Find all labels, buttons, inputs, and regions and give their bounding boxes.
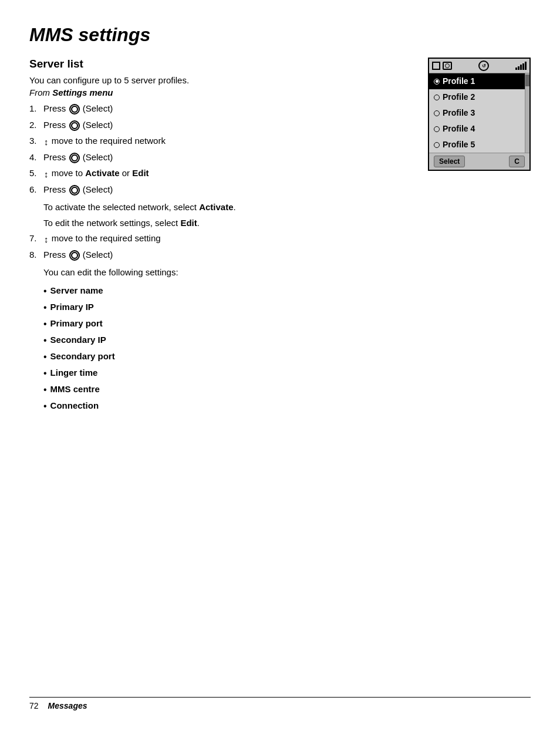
scrollbar [525, 73, 529, 153]
step-4: 4. Press (Select) [29, 151, 410, 164]
list-item-primary-ip: Primary IP [43, 301, 410, 315]
phone-status-bar: ↺ [429, 59, 529, 73]
profile-4-item: Profile 4 [429, 121, 525, 137]
list-item-secondary-ip: Secondary IP [43, 334, 410, 348]
nav-icon-5: ↕ [44, 170, 49, 178]
step-6: 6. Press (Select) [29, 183, 410, 197]
list-item-server-name: Server name [43, 284, 410, 298]
step-6-sub1: To activate the selected network, select… [43, 201, 410, 214]
step-2: 2. Press (Select) [29, 119, 410, 132]
profile-4-radio [434, 126, 440, 132]
list-item-secondary-port: Secondary port [43, 350, 410, 364]
nav-icon-7: ↕ [44, 235, 49, 244]
status-circular-icon: ↺ [478, 60, 489, 71]
section-title: Server list [29, 58, 410, 70]
profile-1-radio [434, 79, 440, 85]
profile-2-label: Profile 2 [443, 91, 475, 103]
list-item-mms-centre: MMS centre [43, 383, 410, 397]
steps-list: 1. Press (Select) 2. Press (Select) 3. ↕… [29, 102, 410, 196]
nav-icon-3: ↕ [44, 137, 49, 146]
select-icon-2 [69, 120, 80, 131]
status-camera-icon [443, 62, 452, 70]
phone-mockup: ↺ Profile 1 [428, 58, 531, 171]
footer-page-number: 72 [29, 701, 39, 710]
profile-1-item: Profile 1 [429, 73, 525, 89]
intro-text: You can configure up to 5 server profile… [29, 75, 410, 85]
footer-section-label: Messages [48, 701, 87, 710]
profile-3-radio [434, 110, 440, 116]
select-icon-6 [69, 185, 80, 196]
list-item-connection: Connection [43, 399, 410, 413]
screen-content: Profile 1 Profile 2 Profile 3 Profile 4 [429, 73, 529, 153]
from-settings-label: From Settings menu [29, 87, 410, 97]
soft-key-left: Select [434, 156, 465, 167]
step-8-sub: You can edit the following settings: [43, 266, 410, 279]
step-6-sub2: To edit the network settings, select Edi… [43, 217, 410, 230]
scrollbar-thumb [525, 75, 529, 86]
phone-screen: ↺ Profile 1 [428, 58, 531, 171]
page-title: MMS settings [29, 23, 531, 46]
profile-list: Profile 1 Profile 2 Profile 3 Profile 4 [429, 73, 525, 153]
step-3: 3. ↕ move to the required network [29, 134, 410, 148]
status-square-icon [432, 62, 440, 70]
page-footer: 72 Messages [29, 697, 531, 710]
profile-5-label: Profile 5 [443, 139, 475, 151]
list-item-primary-port: Primary port [43, 317, 410, 331]
settings-list: Server name Primary IP Primary port Seco… [43, 284, 410, 413]
step-8: 8. Press (Select) [29, 248, 410, 262]
profile-5-item: Profile 5 [429, 137, 525, 153]
profile-4-label: Profile 4 [443, 123, 475, 135]
profile-2-item: Profile 2 [429, 89, 525, 105]
steps-list-2: 7. ↕ move to the required setting 8. Pre… [29, 232, 410, 261]
step-5: 5. ↕ move to Activate or Edit [29, 167, 410, 180]
profile-5-radio [434, 142, 440, 148]
select-icon-1 [69, 104, 80, 114]
step-1: 1. Press (Select) [29, 102, 410, 116]
soft-key-right: C [509, 156, 525, 167]
select-icon-8 [69, 250, 80, 261]
signal-bars-icon [515, 62, 527, 70]
profile-3-label: Profile 3 [443, 107, 475, 119]
list-item-linger-time: Linger time [43, 366, 410, 380]
profile-2-radio [434, 95, 440, 100]
profile-1-label: Profile 1 [443, 75, 475, 87]
profile-3-item: Profile 3 [429, 105, 525, 121]
phone-soft-keys: Select C [429, 153, 529, 170]
select-icon-4 [69, 153, 80, 163]
step-7: 7. ↕ move to the required setting [29, 232, 410, 245]
